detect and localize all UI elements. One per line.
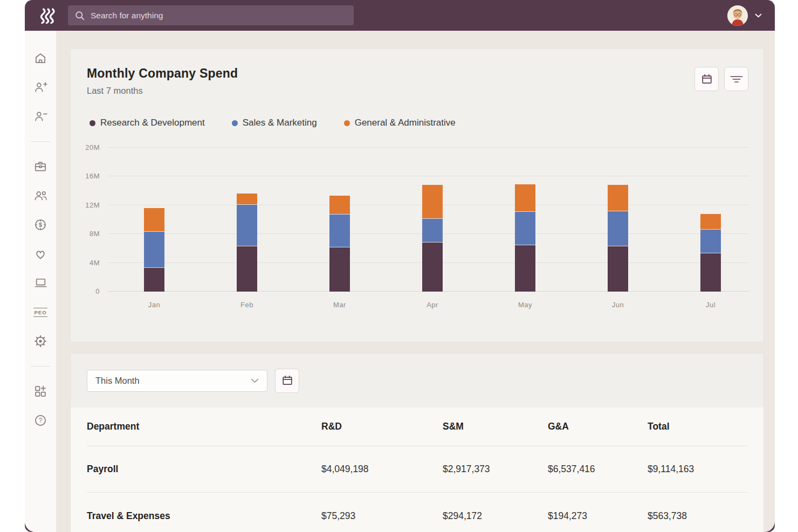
bar-segment — [700, 214, 721, 229]
stacked-bar-chart: 04M8M12M16M20MJanFebMarAprMayJunJul — [108, 148, 749, 292]
bar-segment — [237, 194, 257, 204]
x-axis-tick: Apr — [426, 301, 438, 309]
filter-button[interactable] — [724, 67, 748, 91]
help-circle-icon: ? — [33, 413, 47, 427]
table-header-cell: Department — [87, 421, 321, 432]
table-header-row: DepartmentR&DS&MG&ATotal — [87, 407, 747, 446]
spend-card-actions — [694, 67, 748, 91]
bar-segment — [700, 253, 721, 292]
value-cell: $4,049,198 — [321, 464, 443, 475]
y-axis-tick: 12M — [77, 201, 100, 209]
table-header-cell: R&D — [321, 421, 443, 432]
x-axis-tick: Jan — [148, 301, 160, 309]
bar-apr — [422, 185, 443, 292]
heart-icon — [33, 247, 47, 261]
bar-jun — [608, 185, 628, 292]
sidebar-item-gear[interactable] — [30, 330, 51, 352]
value-cell: $75,293 — [321, 510, 443, 522]
legend-dot — [344, 120, 350, 126]
department-table: DepartmentR&DS&MG&ATotalPayroll$4,049,19… — [71, 407, 763, 532]
top-bar — [25, 0, 775, 31]
sidebar-item-people[interactable] — [30, 185, 51, 206]
table-row: Travel & Expenses$75,293$294,172$194,273… — [87, 493, 747, 532]
value-cell: $9,114,163 — [648, 464, 747, 475]
value-cell: $294,172 — [443, 510, 548, 522]
sidebar-item-person-minus[interactable] — [30, 106, 51, 127]
legend-item-2: General & Administrative — [344, 118, 456, 128]
sidebar-item-peo[interactable]: PEO — [30, 301, 51, 323]
sidebar-item-apps-plus[interactable] — [30, 381, 51, 402]
legend-label: Sales & Marketing — [243, 118, 317, 128]
global-search[interactable] — [68, 5, 354, 25]
x-axis-tick: Mar — [333, 301, 346, 309]
y-axis-tick: 0 — [77, 287, 100, 295]
sidebar-item-laptop[interactable] — [30, 272, 51, 294]
bar-jul — [700, 214, 721, 292]
bar-segment — [700, 229, 721, 253]
bar-segment — [422, 242, 443, 292]
value-cell: $2,917,373 — [443, 464, 548, 475]
sidebar-item-home[interactable] — [30, 47, 51, 69]
bar-may — [515, 184, 535, 292]
bar-segment — [329, 247, 350, 292]
table-header-cell: G&A — [548, 421, 648, 432]
spend-card: Monthly Company Spend Last 7 months — [70, 49, 764, 342]
bar-segment — [144, 231, 164, 267]
search-input[interactable] — [91, 11, 347, 20]
chevron-down-icon — [755, 13, 762, 18]
svg-text:$: $ — [39, 222, 42, 228]
bar-segment — [422, 185, 443, 218]
sidebar-item-heart[interactable] — [30, 243, 51, 265]
bar-feb — [237, 194, 257, 292]
rippling-logo[interactable] — [40, 8, 55, 24]
bar-jan — [144, 208, 164, 292]
legend-dot — [232, 120, 238, 126]
bar-segment — [144, 208, 164, 231]
laptop-icon — [33, 276, 48, 290]
legend-item-0: Research & Development — [90, 118, 205, 128]
main-area: Monthly Company Spend Last 7 months — [56, 31, 775, 532]
calendar-button[interactable] — [275, 369, 299, 393]
person-plus-icon — [33, 80, 48, 94]
y-axis-tick: 20M — [77, 143, 100, 151]
account-menu[interactable] — [727, 5, 762, 26]
search-icon — [75, 11, 85, 20]
sidebar-item-person-plus[interactable] — [30, 77, 51, 98]
bar-segment — [329, 214, 350, 247]
value-cell: $6,537,416 — [548, 464, 648, 475]
department-cell: Payroll — [87, 464, 321, 475]
calendar-icon — [701, 73, 713, 85]
x-axis-tick: Jul — [706, 301, 716, 309]
y-axis-tick: 16M — [77, 172, 100, 180]
legend-label: General & Administrative — [355, 118, 456, 128]
spend-card-header: Monthly Company Spend Last 7 months — [71, 49, 763, 96]
sidebar-item-help-circle[interactable]: ? — [30, 410, 51, 431]
legend-item-1: Sales & Marketing — [232, 118, 317, 128]
sidebar-item-dollar-circle[interactable]: $ — [30, 214, 51, 236]
bar-segment — [608, 246, 628, 292]
department-cell: Travel & Expenses — [87, 510, 321, 522]
x-axis-tick: Feb — [240, 301, 253, 309]
period-select[interactable]: This Month — [87, 370, 267, 392]
sidebar-nav: $PEO? — [25, 31, 56, 532]
gear-icon — [33, 334, 47, 348]
calendar-button[interactable] — [694, 67, 719, 91]
period-select-value: This Month — [95, 376, 140, 386]
rippling-logo-icon — [40, 8, 55, 24]
dollar-circle-icon: $ — [33, 218, 47, 232]
svg-text:?: ? — [39, 417, 43, 424]
bar-segment — [608, 211, 628, 245]
table-header-cell: S&M — [443, 421, 548, 432]
app-window: $PEO? Monthly Company Spend Last 7 month… — [25, 0, 775, 532]
bar-segment — [144, 267, 164, 292]
table-header-cell: Total — [648, 421, 747, 432]
gridline — [108, 147, 749, 148]
x-axis-tick: May — [518, 301, 532, 309]
x-axis-tick: Jun — [612, 301, 624, 309]
gridline — [108, 176, 749, 176]
bar-segment — [515, 245, 535, 292]
bar-segment — [329, 196, 350, 213]
chevron-down-icon — [251, 378, 259, 383]
bar-segment — [515, 184, 535, 211]
sidebar-item-briefcase[interactable] — [30, 156, 51, 177]
